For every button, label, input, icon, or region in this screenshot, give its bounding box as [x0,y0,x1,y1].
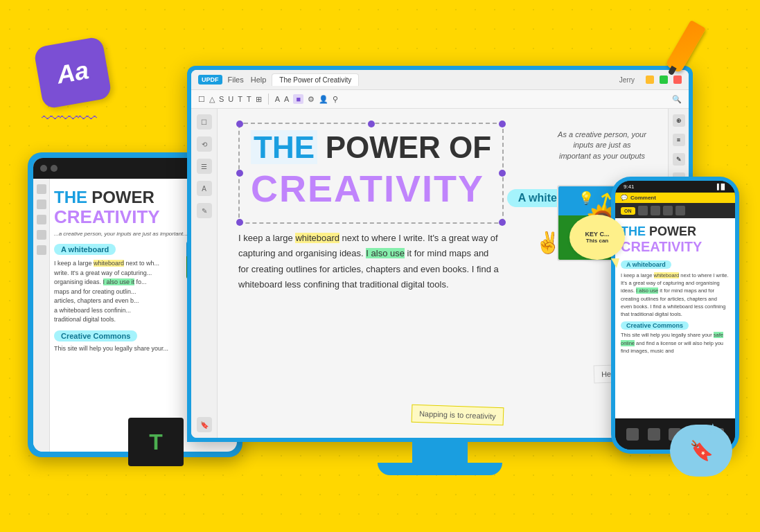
cloud-decoration [670,425,732,477]
phone-comment-bar: 💬 Comment [615,193,735,203]
tablet-dot-2 [51,165,58,172]
sidebar-icon-4[interactable]: A [197,181,212,196]
user-name: Jerry [619,76,635,84]
handle-br[interactable] [499,219,506,226]
handle-ml[interactable] [236,170,243,177]
toolbar-icon-9[interactable]: A [284,95,289,103]
key-speech-bubble: KEY C... This can [569,215,625,260]
phone-tb-on[interactable]: ON [621,207,635,215]
tablet-window-controls [40,165,58,172]
comment-label: Comment [630,195,656,201]
sidebar-icon-1[interactable]: ☐ [197,114,212,130]
menu-help[interactable]: Help [251,76,267,84]
phone-time: 9:41 [624,184,635,190]
right-sidebar-icon-1[interactable]: ⊕ [673,114,685,127]
phone-tb-icon-2[interactable] [651,206,660,215]
toolbar-search-icon[interactable]: 🔍 [672,95,682,104]
sidebar-icon-2[interactable]: ⟲ [197,136,212,152]
aa-decoration: Aa [33,36,112,109]
toolbar-icon-1[interactable]: ☐ [198,95,205,104]
ph-highlight-online: safe online [621,332,723,346]
sidebar-icon-5[interactable]: ✎ [197,203,212,218]
tablet-sidebar-icon-4 [37,230,46,240]
tablet-sidebar [33,179,50,452]
phone-tb-icon-3[interactable] [663,206,673,215]
toolbar-icon-12[interactable]: ⚲ [333,95,338,104]
doc-title-power: POWER OF [326,130,492,164]
toolbar-icon-7[interactable]: ⊞ [256,95,262,104]
title-selection-box: THE POWER OF CREATIVITY [238,123,504,224]
monitor-left-sidebar: ☐ ⟲ ☰ A ✎ 🔖 [191,109,218,438]
phone-cc-tag: Creative Commons [621,321,689,330]
toolbar-icon-2[interactable]: △ [209,95,215,104]
doc-title-the: THE [251,130,317,164]
tshirt-decoration [128,418,184,466]
phone-tb-icon-4[interactable] [675,206,685,215]
lightbulb-decoration: 💡 [578,190,594,206]
tablet-sidebar-icon-3 [37,215,46,224]
aa-label: Aa [55,55,91,89]
phone-title-the: THE [621,224,649,238]
squiggle-decoration: 〰〰〰 [42,107,96,130]
document-toolbar: ☐ △ S U T T ⊞ A A ■ ⚙ 👤 ⚲ 🔍 [191,90,689,109]
peace-sign-decoration: ✌️ [534,229,562,255]
window-controls [646,76,682,84]
close-button[interactable] [673,76,682,84]
tablet-sidebar-icon-2 [37,200,46,209]
toolbar-icon-5[interactable]: T [238,95,242,103]
toolbar-icon-4[interactable]: U [228,95,233,103]
tablet-sidebar-icon-5 [37,245,46,255]
sidebar-icon-bookmark[interactable]: 🔖 [197,417,212,432]
phone-bottom-icon-1[interactable] [626,428,639,441]
toolbar-icon-11[interactable]: 👤 [319,95,328,104]
phone-section-tag: A whiteboard [621,260,671,269]
document-main: THE POWER OF CREATIVITY As a creative pe… [218,109,668,438]
toolbar-icon-3[interactable]: S [219,95,224,103]
menu-files[interactable]: Files [228,76,244,84]
phone-status-bar: 9:41 ▐▐▌ [615,181,735,193]
phone-cc-body: This site will help you legally share yo… [621,331,730,355]
phone-device: 9:41 ▐▐▌ 💬 Comment ON THE POWER CREATIVI… [611,177,739,454]
monitor-titlebar: UPDF Files Help The Power of Creativity … [191,70,689,90]
phone-battery: ▐▐▌ [715,184,727,190]
minimize-button[interactable] [646,76,654,84]
right-sidebar-icon-3[interactable]: ✎ [673,153,685,166]
comment-icon: 💬 [621,195,628,201]
tablet-sidebar-icon-1 [37,184,46,194]
tablet-section-tag: A whiteboard [54,244,116,255]
doc-body-text: I keep a large whiteboard next to where … [238,231,502,292]
phone-title-power: POWER [649,224,696,238]
handle-tr[interactable] [499,121,506,127]
document-tab[interactable]: The Power of Creativity [272,73,359,86]
phone-bottom-icon-2[interactable] [648,428,660,441]
toolbar-icon-6[interactable]: T [247,95,251,103]
handle-tl[interactable] [236,121,243,127]
phone-screen: 9:41 ▐▐▌ 💬 Comment ON THE POWER CREATIVI… [615,181,735,450]
handle-bl[interactable] [236,219,243,226]
sidebar-icon-3[interactable]: ☰ [197,159,212,174]
ph-highlight-use: I also use [636,287,658,294]
key-label: KEY C... [585,231,610,238]
handle-tm[interactable] [368,121,375,127]
phone-content: THE POWER CREATIVITY A whiteboard I keep… [615,218,735,425]
phone-toolbar: ON [615,203,735,218]
right-sidebar-icon-2[interactable]: ≡ [673,134,685,146]
monitor-stand-neck [412,442,468,463]
tablet-title-power: POWER [91,188,154,206]
phone-title-creativity: CREATIVITY [621,239,730,255]
toolbar-icon-10[interactable]: ⚙ [308,95,315,104]
ph-highlight-wb: whiteboard [654,272,680,278]
highlight-also-use: I also use [366,248,405,258]
handle-mr[interactable] [499,170,506,177]
tablet-dot-1 [40,165,47,172]
toolbar-color-swatch[interactable]: ■ [293,94,303,104]
highlight-whiteboard: whiteboard [295,233,339,243]
phone-tb-icon-1[interactable] [638,206,648,215]
toolbar-icon-8[interactable]: A [275,95,280,103]
star-decoration: ★ [706,420,720,438]
key-sublabel: This can [586,238,608,244]
napping-sticky-note: Napping is to creativity [412,405,504,426]
doc-title-creativity: CREATIVITY [251,167,491,210]
toolbar-separator [268,94,269,105]
maximize-button[interactable] [660,76,668,84]
